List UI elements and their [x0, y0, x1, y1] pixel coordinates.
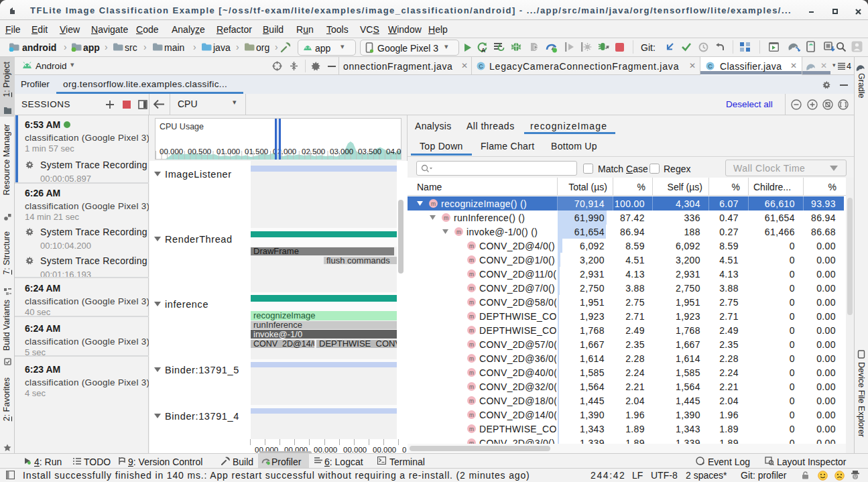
svg-text:m: m [469, 313, 474, 320]
svg-text:m: m [444, 215, 448, 221]
svg-text:m: m [469, 271, 474, 278]
svg-text:m: m [469, 257, 474, 263]
svg-text:m: m [469, 243, 474, 249]
svg-text:C: C [708, 63, 712, 70]
svg-text:A: A [481, 47, 485, 54]
svg-text:C: C [479, 63, 483, 70]
svg-text:m: m [469, 412, 474, 418]
svg-text:m: m [469, 383, 474, 390]
svg-text:m: m [469, 355, 474, 362]
svg-text:m: m [469, 398, 474, 404]
svg-text:m: m [469, 299, 474, 306]
svg-text:m: m [469, 341, 474, 348]
svg-text:m: m [469, 285, 474, 292]
svg-text:m: m [431, 200, 436, 207]
svg-text:m: m [469, 369, 474, 376]
svg-text:m: m [456, 229, 461, 235]
svg-text:m: m [469, 327, 474, 334]
svg-text:m: m [469, 426, 474, 432]
